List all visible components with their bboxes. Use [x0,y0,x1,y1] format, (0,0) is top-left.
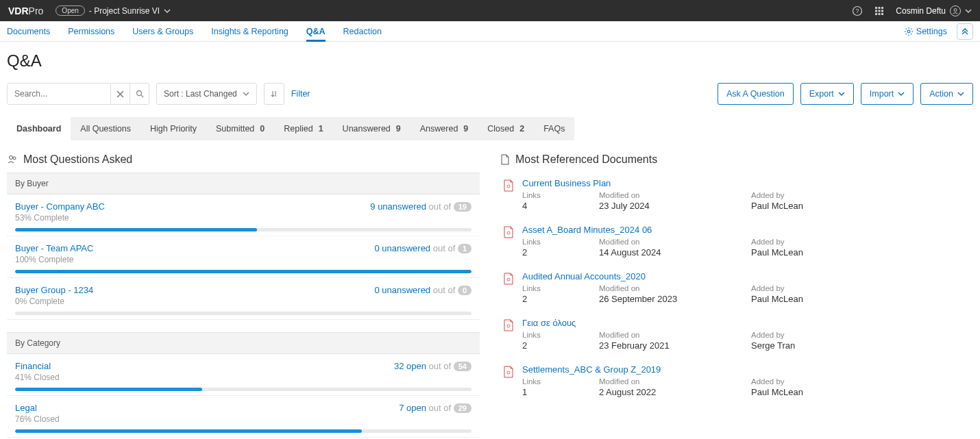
avatar-icon [950,5,961,16]
svg-line-19 [905,34,906,34]
svg-rect-2 [875,7,877,9]
doc-name[interactable]: Audited Annual Accounts_2020 [522,271,970,281]
search-input[interactable] [8,84,110,104]
pdf-icon [503,319,515,351]
subtabs: DashboardAll QuestionsHigh PrioritySubmi… [7,117,973,141]
doc-row: Asset A_Board Minutes_2024 06 Links2 Mod… [500,219,973,266]
filter-link[interactable]: Filter [291,89,310,99]
group-sub: 53% Complete [15,213,105,223]
doc-name[interactable]: Γεια σε όλους [522,318,970,328]
svg-rect-5 [875,10,877,12]
sort-select[interactable]: Sort : Last Changed [156,83,257,105]
subtab-replied[interactable]: Replied1 [274,117,332,140]
doc-row: Audited Annual Accounts_2020 Links2 Modi… [500,266,973,312]
settings-link[interactable]: Settings [904,27,947,36]
subtab-submitted[interactable]: Submitted0 [206,117,274,140]
progress-bar [15,270,471,273]
svg-point-21 [136,91,141,96]
subtab-all-questions[interactable]: All Questions [71,117,140,140]
by-category-label: By Category [7,332,480,354]
collapse-button[interactable] [957,23,973,40]
project-selector[interactable]: Open - Project Sunrise VI [56,5,171,16]
question-group-row: Legal 76% Closed 7 open out of 29 [7,396,480,438]
gear-icon [904,27,914,36]
chevron-down-icon [243,90,249,97]
group-stat: 0 unanswered out of 1 [374,243,471,253]
svg-point-27 [507,278,510,281]
group-sub: 76% Closed [15,414,60,424]
search-icon [136,90,144,98]
subtab-dashboard[interactable]: Dashboard [7,117,71,140]
nav-link-redaction[interactable]: Redaction [343,22,382,41]
svg-rect-6 [879,10,881,12]
most-questions-header: Most Questions Asked [7,153,480,166]
most-docs-header: Most Referenced Documents [500,153,973,166]
svg-line-18 [911,34,911,34]
group-sub: 100% Complete [15,255,93,264]
project-name: - Project Sunrise VI [89,6,160,16]
svg-point-11 [954,8,957,11]
by-buyer-label: By Buyer [7,173,480,195]
ask-question-button[interactable]: Ask A Question [718,83,794,105]
nav-link-users-groups[interactable]: Users & Groups [132,22,193,41]
question-group-row: Buyer - Company ABC 53% Complete 9 unans… [7,195,480,236]
question-group-row: Buyer - Team APAC 100% Complete 0 unansw… [7,236,480,278]
svg-line-22 [141,95,143,97]
doc-name[interactable]: Current Business Plan [522,178,970,188]
group-name[interactable]: Financial [15,361,60,371]
progress-bar [15,312,471,315]
progress-bar [15,388,471,391]
subtab-unanswered[interactable]: Unanswered9 [333,117,411,140]
doc-name[interactable]: Asset A_Board Minutes_2024 06 [522,225,970,235]
chevron-down-icon [957,90,964,97]
search-wrap [7,83,149,105]
pdf-icon [503,366,515,397]
close-icon [117,90,124,98]
help-icon[interactable]: ? [852,5,863,16]
apps-grid-icon[interactable] [874,5,885,16]
pdf-icon [503,226,515,258]
topbar-right: ? Cosmin Deftu [852,5,972,16]
nav-link-q-a[interactable]: Q&A [306,22,326,42]
svg-point-29 [507,371,510,374]
svg-point-25 [507,185,510,188]
svg-rect-9 [879,13,881,15]
search-button[interactable] [130,84,149,104]
user-menu[interactable]: Cosmin Deftu [896,5,972,16]
svg-point-26 [507,231,510,234]
subtab-faqs[interactable]: FAQs [534,117,574,140]
toolbar: Sort : Last Changed Filter Ask A Questio… [7,83,973,105]
group-name[interactable]: Buyer - Team APAC [15,243,93,253]
export-button[interactable]: Export [800,83,854,105]
nav-link-documents[interactable]: Documents [7,22,50,41]
group-name[interactable]: Buyer Group - 1234 [15,285,93,295]
nav-row: DocumentsPermissionsUsers & GroupsInsigh… [0,21,980,42]
svg-point-24 [13,157,16,160]
chevron-down-icon [838,90,845,97]
clear-search-button[interactable] [110,84,130,104]
nav-link-permissions[interactable]: Permissions [68,22,114,41]
action-button[interactable]: Action [920,83,973,105]
svg-rect-8 [875,13,877,15]
nav-link-insights-reporting[interactable]: Insights & Reporting [211,22,289,41]
group-sub: 41% Closed [15,373,60,382]
group-stat: 32 open out of 54 [394,361,471,371]
doc-name[interactable]: Settlements_ABC & Group Z_2019 [522,364,970,375]
most-questions-col: Most Questions Asked By Buyer Buyer - Co… [7,153,480,439]
svg-rect-10 [881,13,883,15]
sort-direction-button[interactable] [264,83,284,105]
subtab-closed[interactable]: Closed2 [478,117,534,140]
group-stat: 9 unanswered out of 19 [370,201,471,212]
svg-rect-7 [881,10,883,12]
subtab-high-priority[interactable]: High Priority [140,117,206,140]
progress-bar [15,429,471,433]
subtab-answered[interactable]: Answered9 [411,117,478,140]
group-name[interactable]: Legal [15,403,60,413]
chevron-down-icon [164,8,171,14]
doc-row: Settlements_ABC & Group Z_2019 Links1 Mo… [500,359,973,405]
svg-rect-4 [881,7,883,9]
document-icon [500,154,510,165]
pdf-icon [503,179,515,211]
group-name[interactable]: Buyer - Company ABC [15,201,105,212]
import-button[interactable]: Import [861,83,914,105]
